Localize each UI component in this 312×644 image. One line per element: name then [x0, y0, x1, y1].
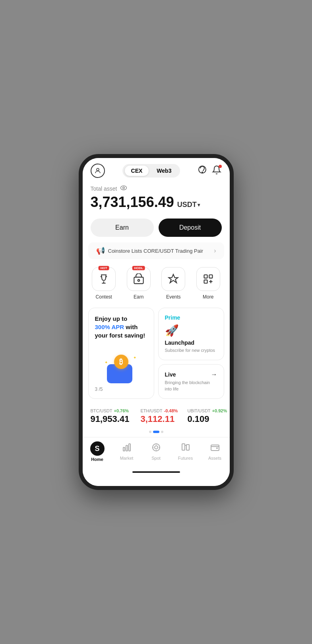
- btc-pair-label: BTC/USDT +0.76%: [91, 408, 134, 413]
- badge-hot: HOT: [99, 266, 109, 270]
- promo-card[interactable]: Enjoy up to 300% APR with your forst sav…: [88, 308, 154, 399]
- svg-point-13: [153, 444, 160, 451]
- svg-point-14: [155, 446, 158, 449]
- spot-icon: [151, 443, 161, 455]
- dot-2: [153, 431, 159, 433]
- nav-spot[interactable]: Spot: [141, 443, 171, 461]
- svg-point-0: [97, 168, 99, 171]
- header: CEX Web3: [83, 158, 230, 182]
- promo-apr: 300% APR: [95, 324, 124, 330]
- currency-dropdown-arrow: ▾: [198, 202, 200, 208]
- svg-rect-17: [211, 445, 219, 451]
- svg-rect-8: [209, 275, 212, 278]
- sparkle-2: ✦: [105, 360, 108, 365]
- svg-point-2: [202, 172, 203, 173]
- deposit-button[interactable]: Deposit: [159, 219, 222, 237]
- asset-currency[interactable]: USDT ▾: [177, 201, 200, 209]
- prime-label: Prime: [165, 314, 217, 321]
- ubit-price: 0.109: [188, 414, 228, 424]
- svg-rect-15: [182, 444, 185, 450]
- asset-section: Total asset 3,731,156.49 USDT ▾: [83, 182, 230, 215]
- tab-web3[interactable]: Web3: [150, 166, 178, 176]
- promo-page-indicator: 3 /5: [95, 386, 147, 392]
- rocket-icon: 🚀: [165, 324, 217, 337]
- more-icon-box: [196, 267, 220, 291]
- page-dot-indicator: [83, 428, 230, 437]
- home-indicator-bar: [132, 471, 180, 473]
- promo-text: Enjoy up to 300% APR with your forst sav…: [95, 314, 147, 340]
- prime-launchpad-card[interactable]: Prime 🚀 Launchpad Subscribe for new cryp…: [158, 308, 224, 360]
- dot-1: [149, 431, 151, 433]
- svg-rect-7: [204, 275, 207, 278]
- qa-item-contest[interactable]: HOT Contest: [87, 267, 122, 300]
- futures-icon: [181, 443, 190, 455]
- live-header: Live →: [165, 371, 217, 378]
- bottom-nav: S Home Market: [83, 437, 230, 470]
- promo-saving: your forst saving!: [95, 332, 145, 339]
- nav-assets[interactable]: Assets: [200, 443, 230, 461]
- announcement-banner[interactable]: 📢 Coinstore Lists CORE/USDT Trading Pair…: [88, 242, 224, 259]
- qa-item-earn[interactable]: HODL Earn: [121, 267, 156, 300]
- btc-change: +0.76%: [114, 408, 129, 413]
- sparkle-1: ✦: [133, 355, 136, 360]
- qa-label-contest: Contest: [96, 294, 112, 300]
- eth-change: -0.48%: [164, 408, 178, 413]
- qa-label-earn: Earn: [134, 294, 143, 300]
- header-action-icons: [198, 165, 221, 177]
- ticker-ubit[interactable]: UBIT/USDT +0.92% 0.109: [184, 408, 228, 424]
- badge-hodl: HODL: [132, 266, 145, 270]
- launchpad-desc: Subscribe for new cryptos: [165, 347, 217, 353]
- nav-spot-label: Spot: [151, 456, 161, 461]
- cards-section: Enjoy up to 300% APR with your forst sav…: [83, 304, 230, 403]
- market-icon: [122, 443, 132, 455]
- nav-market-label: Market: [120, 456, 134, 461]
- support-icon[interactable]: [198, 165, 207, 177]
- market-ticker: BTC/USDT +0.76% 91,953.41 ETH/USDT -0.48…: [83, 403, 230, 428]
- contest-icon-box: HOT: [92, 267, 116, 291]
- asset-label-row: Total asset: [91, 185, 222, 192]
- profile-icon[interactable]: [91, 164, 105, 178]
- live-arrow-icon: →: [211, 371, 217, 378]
- live-card[interactable]: Live → Bringing the blockchain into life: [158, 364, 224, 399]
- ticker-eth[interactable]: ETH/USDT -0.48% 3,112.11: [138, 408, 181, 424]
- ticker-btc[interactable]: BTC/USDT +0.76% 91,953.41: [91, 408, 134, 424]
- asset-amount-row: 3,731,156.49 USDT ▾: [91, 194, 222, 211]
- nav-assets-label: Assets: [208, 456, 221, 461]
- live-desc: Bringing the blockchain into life: [165, 380, 217, 392]
- btc-price: 91,953.41: [91, 414, 134, 424]
- qa-item-more[interactable]: More: [191, 267, 226, 300]
- bitcoin-coin: ₿: [114, 355, 128, 369]
- promo-with: with: [126, 324, 138, 330]
- svg-rect-16: [186, 445, 189, 450]
- svg-point-4: [123, 187, 125, 189]
- notification-icon-wrapper[interactable]: [212, 165, 221, 176]
- svg-rect-5: [134, 277, 143, 283]
- bitcoin-wallet-illustration: ✦ ✦ ₿: [95, 355, 147, 383]
- announcement-chevron: ›: [214, 247, 216, 254]
- total-asset-label: Total asset: [91, 185, 117, 192]
- svg-rect-9: [204, 280, 207, 283]
- nav-home[interactable]: S Home: [83, 441, 112, 462]
- qa-item-events[interactable]: Events: [156, 267, 191, 300]
- nav-futures[interactable]: Futures: [171, 443, 200, 461]
- eth-pair-label: ETH/USDT -0.48%: [141, 408, 178, 413]
- launchpad-subtitle: Launchpad: [165, 340, 217, 346]
- megaphone-icon: 📢: [96, 246, 105, 255]
- promo-title: Enjoy up to 300% APR with your forst sav…: [95, 314, 147, 340]
- earn-icon-box: HODL: [127, 267, 151, 291]
- ubit-pair-label: UBIT/USDT +0.92%: [188, 408, 228, 413]
- home-icon: S: [90, 441, 105, 456]
- eth-price: 3,112.11: [141, 414, 178, 424]
- qa-label-events: Events: [166, 294, 181, 300]
- svg-rect-11: [126, 445, 128, 451]
- live-title: Live: [165, 371, 176, 378]
- svg-point-6: [138, 279, 140, 281]
- earn-button[interactable]: Earn: [91, 219, 154, 237]
- nav-market[interactable]: Market: [112, 443, 141, 461]
- eye-icon[interactable]: [120, 185, 127, 192]
- assets-icon: [210, 443, 220, 455]
- tab-cex[interactable]: CEX: [125, 166, 149, 176]
- exchange-tab-group: CEX Web3: [122, 164, 180, 178]
- announcement-text: Coinstore Lists CORE/USDT Trading Pair: [108, 248, 203, 254]
- quick-actions-row: HOT Contest HODL Earn: [83, 259, 230, 304]
